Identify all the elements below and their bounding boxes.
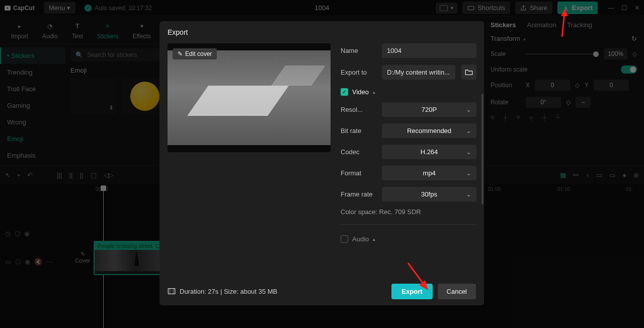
cover-preview: ✎ Edit cover	[168, 43, 331, 152]
bitrate-label: Bit rate	[341, 127, 376, 135]
framerate-label: Frame rate	[341, 190, 376, 198]
svg-rect-3	[168, 289, 175, 294]
audio-section-header[interactable]: Audio ▴	[341, 235, 476, 243]
name-label: Name	[341, 47, 376, 54]
scrollbar[interactable]	[481, 94, 484, 205]
framerate-select[interactable]: 30fps	[382, 187, 476, 202]
format-label: Format	[341, 169, 376, 177]
edit-cover-button[interactable]: ✎ Edit cover	[173, 48, 217, 59]
export-modal: Export ✎ Edit cover Name Export to D:/My…	[159, 21, 484, 305]
name-input[interactable]	[382, 43, 476, 58]
pencil-icon: ✎	[178, 50, 183, 57]
export-path[interactable]: D:/My content writin...	[382, 65, 455, 80]
collapse-icon: ▴	[373, 237, 375, 242]
duration-info: Duration: 27s | Size: about 35 MB	[168, 288, 277, 295]
separator	[341, 224, 476, 225]
audio-checkbox[interactable]	[341, 235, 348, 243]
modal-footer: Duration: 27s | Size: about 35 MB Export…	[159, 277, 484, 305]
export-to-label: Export to	[341, 69, 376, 76]
cover-image	[168, 50, 331, 145]
browse-folder-button[interactable]	[461, 64, 476, 80]
modal-export-button[interactable]: Export	[391, 284, 432, 299]
folder-icon	[465, 69, 473, 76]
video-section-header[interactable]: ✓ Video ▴	[341, 88, 476, 96]
film-icon	[168, 288, 176, 295]
codec-select[interactable]: H.264	[382, 145, 476, 159]
modal-cancel-button[interactable]: Cancel	[438, 284, 476, 299]
export-form: Name Export to D:/My content writin... ✓…	[341, 43, 480, 273]
color-space-text: Color space: Rec. 709 SDR	[341, 208, 476, 216]
video-checkbox[interactable]: ✓	[341, 88, 348, 96]
resolution-label: Resol...	[341, 106, 376, 113]
collapse-icon: ▴	[373, 90, 375, 95]
bitrate-select[interactable]: Recommended	[382, 123, 476, 138]
codec-label: Codec	[341, 148, 376, 156]
modal-title: Export	[159, 21, 484, 43]
resolution-select[interactable]: 720P	[382, 102, 476, 117]
format-select[interactable]: mp4	[382, 166, 476, 180]
